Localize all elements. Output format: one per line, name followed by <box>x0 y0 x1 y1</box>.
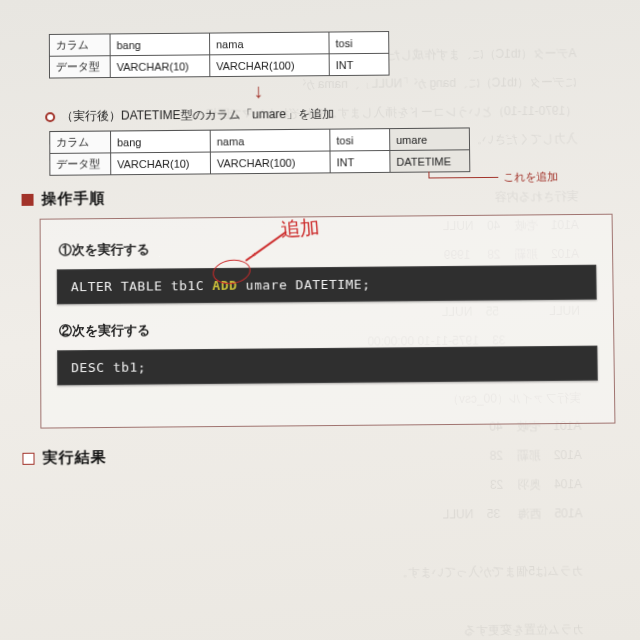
row-label: データ型 <box>49 56 110 78</box>
annotation-connector <box>428 177 498 179</box>
step1-label: ①次を実行する <box>59 237 596 260</box>
caption-after: （実行後）DATETIME型のカラム「umare」を追加 <box>45 103 607 125</box>
section-header-procedure: 操作手順 <box>22 185 609 209</box>
section-title: 実行結果 <box>42 448 106 468</box>
cell: VARCHAR(10) <box>110 55 210 78</box>
square-outline-icon <box>22 452 34 464</box>
cell: INT <box>330 150 390 172</box>
square-icon <box>22 193 34 205</box>
bullet-icon <box>45 112 55 122</box>
section-title: 操作手順 <box>41 189 105 208</box>
annotation-connector <box>428 172 429 178</box>
cell: INT <box>329 53 389 75</box>
cell: bang <box>111 130 211 153</box>
row-label: カラム <box>49 34 110 56</box>
code-text: DESC tb1; <box>71 360 146 376</box>
step2-label: ②次を実行する <box>59 318 597 341</box>
procedure-box: ①次を実行する 追加 ALTER TABLE tb1C ADD umare DA… <box>40 214 616 429</box>
cell: tosi <box>329 32 389 54</box>
cell: nama <box>210 129 330 152</box>
cell: tosi <box>330 129 390 151</box>
code-text: umare DATETIME; <box>237 277 370 293</box>
code-step1: ALTER TABLE tb1C ADD umare DATETIME; <box>57 265 597 305</box>
section-header-result: 実行結果 <box>22 444 612 468</box>
arrow-down-icon: ↓ <box>109 79 408 101</box>
page-content: カラム bang nama tosi データ型 VARCHAR(10) VARC… <box>0 0 640 468</box>
table-after: カラム bang nama tosi umare データ型 VARCHAR(10… <box>49 127 470 175</box>
cell-added: umare <box>390 128 470 151</box>
cell: VARCHAR(100) <box>210 151 330 174</box>
table-before: カラム bang nama tosi データ型 VARCHAR(10) VARC… <box>49 31 390 79</box>
cell-added: DATETIME <box>390 150 470 173</box>
handwritten-note: 追加 <box>279 214 321 244</box>
code-text: ALTER TABLE tb1C <box>71 278 213 294</box>
cell: nama <box>210 32 330 55</box>
row-label: カラム <box>50 131 111 153</box>
annotation-text: これを追加 <box>503 169 558 184</box>
code-step2: DESC tb1; <box>57 346 598 386</box>
cell: bang <box>110 33 210 56</box>
caption-text: （実行後）DATETIME型のカラム「umare」を追加 <box>61 106 334 125</box>
cell: VARCHAR(10) <box>111 152 211 175</box>
row-label: データ型 <box>50 153 111 175</box>
cell: VARCHAR(100) <box>210 54 330 77</box>
